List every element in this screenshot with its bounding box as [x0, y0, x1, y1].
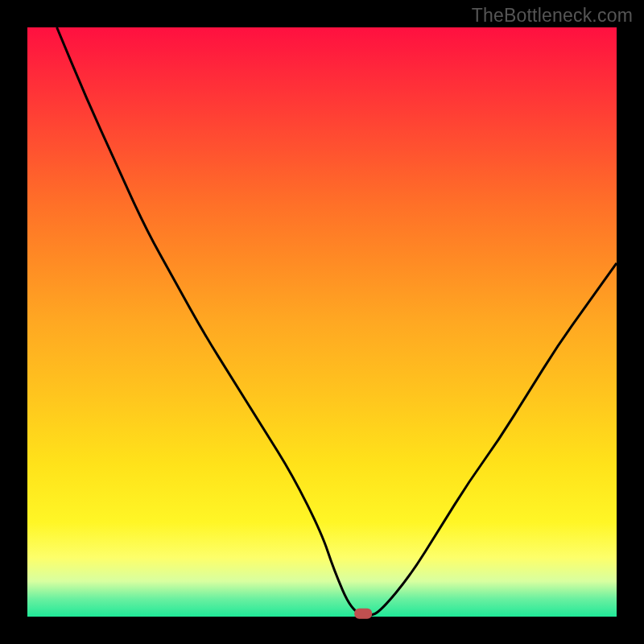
watermark-text: TheBottleneck.com	[472, 5, 633, 27]
curve-marker	[354, 609, 372, 619]
chart-svg	[27, 27, 617, 617]
bottleneck-curve	[57, 27, 617, 615]
